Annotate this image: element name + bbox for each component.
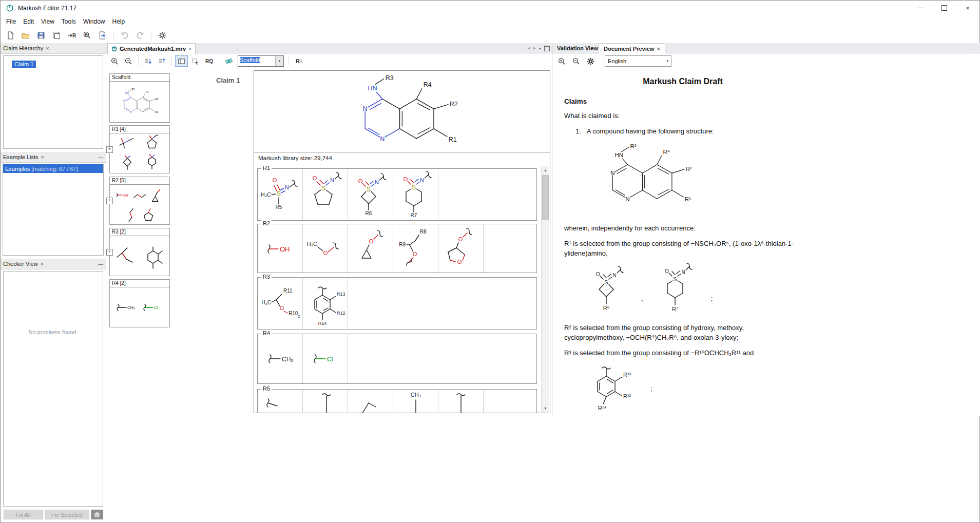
table-view-button[interactable] xyxy=(175,55,188,67)
visibility-toggle-button[interactable] xyxy=(222,55,235,67)
preview-settings-button[interactable] xyxy=(584,55,597,67)
rq-search-button[interactable]: RQ xyxy=(203,55,216,67)
settings-button[interactable] xyxy=(156,29,169,42)
r1-structure-2[interactable]: S O N xyxy=(303,169,348,220)
minimize-icon[interactable]: — xyxy=(98,46,103,51)
r2-structure-4[interactable]: R8 R9 O xyxy=(393,224,438,273)
zoom-out-button[interactable] xyxy=(122,55,135,67)
menu-tools[interactable]: Tools xyxy=(58,17,80,26)
markush-canvas[interactable]: HN N N R3 R4 R2 R1 Markush library size:… xyxy=(254,70,550,413)
r2-structure-3[interactable]: O xyxy=(348,224,393,273)
svg-text:R⁴: R⁴ xyxy=(663,148,669,155)
r3-structure-1[interactable]: H₃C R11 O R10 2 xyxy=(258,278,303,329)
r2-structure-5[interactable]: O O xyxy=(438,224,484,273)
r5-structure-3[interactable] xyxy=(348,390,393,413)
float-view-icon[interactable] xyxy=(544,46,550,51)
redo-button[interactable] xyxy=(133,29,147,42)
close-icon[interactable]: × xyxy=(46,45,49,51)
strip-r2-box[interactable]: R2 [5] OH xyxy=(109,177,170,225)
strip-r3-box[interactable]: R3 [2] xyxy=(109,228,170,276)
fix-all-button[interactable]: Fix All xyxy=(4,510,43,519)
minimize-icon[interactable]: — xyxy=(98,261,103,267)
scrollbar-thumb[interactable] xyxy=(542,175,549,220)
strip-r4-box[interactable]: R4 [2] CH₃ Cl xyxy=(109,279,170,327)
r2-structure-2[interactable]: H₃C O xyxy=(303,224,348,273)
menu-edit[interactable]: Edit xyxy=(20,17,37,26)
r2-structure-1[interactable]: OH xyxy=(258,224,303,273)
chevron-left-icon[interactable]: ◀ xyxy=(527,46,530,50)
export-structure-icon xyxy=(98,31,107,40)
tab-close-icon[interactable]: × xyxy=(188,46,191,52)
r1-structure-3[interactable]: S O N R6 xyxy=(348,169,393,220)
app-logo-icon xyxy=(6,4,14,12)
tab-close-icon[interactable]: × xyxy=(657,46,660,52)
strip-r1-box[interactable]: R1 [4] xyxy=(109,125,170,173)
new-document-button[interactable] xyxy=(4,29,17,42)
examples-list-item[interactable]: Examples [matching: 67 / 67] xyxy=(3,164,103,173)
rgroup-search-icon: R xyxy=(83,31,92,40)
tree-item-claim-1[interactable]: Claim 1 xyxy=(7,61,103,68)
undo-button[interactable] xyxy=(118,29,131,42)
r5-structure-1[interactable] xyxy=(258,390,303,413)
rgroup-scroll-area[interactable]: R1 H₃C xyxy=(254,166,542,413)
tab-list-dropdown-icon[interactable]: ▾ xyxy=(539,46,541,51)
open-button[interactable] xyxy=(19,29,32,42)
tab-generatedmarkush1[interactable]: GeneratedMarkush1.mrv × xyxy=(107,43,196,54)
settings-icon xyxy=(158,31,167,40)
close-button[interactable]: × xyxy=(956,1,979,15)
strip-scaffold-box[interactable]: Scaffold xyxy=(109,73,170,123)
claim-hierarchy-panel: Claim Hierarchy × — Claim 1 xyxy=(1,43,106,152)
r5-structure-4[interactable]: CH₃ xyxy=(393,390,438,413)
scroll-up-icon[interactable]: ▲ xyxy=(542,166,549,174)
save-all-button[interactable] xyxy=(50,29,63,42)
selection-view-button[interactable] xyxy=(189,55,202,67)
expand-r3-button[interactable]: + xyxy=(106,249,113,256)
r1-structure-4[interactable]: S O N R7 xyxy=(393,169,438,220)
scaffold-zone[interactable]: HN N N R3 R4 R2 R1 xyxy=(254,71,550,152)
expand-r1-button[interactable]: + xyxy=(106,146,113,153)
zoom-in-button[interactable] xyxy=(555,55,568,67)
chevron-right-icon[interactable]: ▶ xyxy=(533,46,536,50)
canvas-vertical-scrollbar[interactable]: ▲ ▼ xyxy=(541,166,549,412)
close-icon[interactable]: × xyxy=(41,154,44,160)
convert-to-rgroup-button[interactable]: R xyxy=(65,29,79,42)
tab-document-preview[interactable]: Document Preview × xyxy=(599,43,665,54)
close-icon[interactable]: × xyxy=(41,261,44,267)
save-button[interactable] xyxy=(34,29,48,42)
minimize-icon[interactable]: — xyxy=(973,46,978,51)
r4-structure-2[interactable]: Cl xyxy=(303,334,348,383)
zoom-out-button[interactable] xyxy=(570,55,583,67)
doc-r3-structure: R¹³ R¹² R¹⁴ ; xyxy=(584,359,801,414)
r5-structure-2[interactable] xyxy=(303,390,348,413)
example-lists-panel: Example Lists × — Examples [matching: 67… xyxy=(1,152,106,259)
sort-ascending-button[interactable] xyxy=(156,55,168,67)
minimize-button[interactable] xyxy=(909,1,932,15)
r5-structure-5[interactable] xyxy=(438,390,484,413)
menu-file[interactable]: File xyxy=(3,17,20,26)
zoom-out-icon xyxy=(124,57,133,66)
checker-settings-button[interactable] xyxy=(91,510,103,519)
expand-r2-button[interactable]: + xyxy=(106,198,113,204)
menu-view[interactable]: View xyxy=(37,17,58,26)
language-select[interactable]: English ▾ xyxy=(605,55,671,67)
sort-descending-button[interactable] xyxy=(142,55,155,67)
r3-structure-2[interactable]: R13 R12 R14 xyxy=(303,278,348,329)
minimize-icon[interactable]: — xyxy=(98,154,103,160)
tab-validation-view[interactable]: Validation View xyxy=(552,43,603,53)
rgroup-search-button[interactable]: R xyxy=(81,29,94,42)
fix-selected-button[interactable]: Fix Selected xyxy=(45,510,89,519)
zoom-in-button[interactable] xyxy=(108,55,121,67)
maximize-button[interactable] xyxy=(932,1,956,15)
scroll-down-icon[interactable]: ▼ xyxy=(542,404,549,412)
menu-help[interactable]: Help xyxy=(109,17,129,26)
export-structure-button[interactable] xyxy=(96,29,109,42)
scaffold-combo[interactable]: Scaffold ▾ xyxy=(238,55,284,67)
menu-window[interactable]: Window xyxy=(80,17,109,26)
combo-dropdown-icon[interactable]: ▾ xyxy=(275,56,283,66)
document-preview-page[interactable]: Markush Claim Draft Claims What is claim… xyxy=(552,68,980,416)
svg-text:HN: HN xyxy=(614,151,623,158)
r1-structure-1[interactable]: H₃C S O N R5 xyxy=(258,169,303,220)
rgroup-logic-button[interactable]: R xyxy=(292,55,305,67)
structure-och-r9-ch2-r8: R8 R9 O xyxy=(393,225,438,272)
r4-structure-1[interactable]: CH₃ xyxy=(258,334,303,383)
